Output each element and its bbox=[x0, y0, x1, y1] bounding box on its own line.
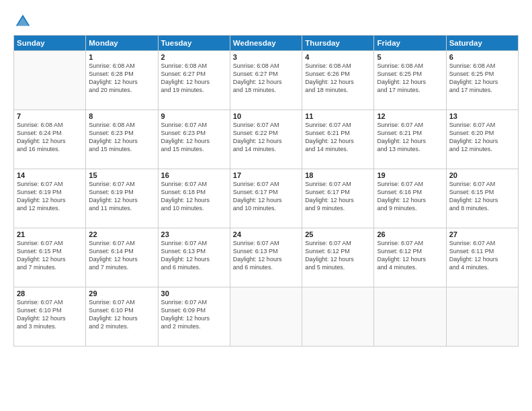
calendar-cell: 10Sunrise: 6:07 AM Sunset: 6:22 PM Dayli… bbox=[230, 110, 302, 169]
day-info: Sunrise: 6:07 AM Sunset: 6:21 PM Dayligh… bbox=[377, 121, 443, 154]
day-number: 4 bbox=[305, 53, 371, 61]
day-info: Sunrise: 6:07 AM Sunset: 6:09 PM Dayligh… bbox=[161, 298, 227, 331]
day-info: Sunrise: 6:08 AM Sunset: 6:28 PM Dayligh… bbox=[89, 62, 154, 95]
day-info: Sunrise: 6:07 AM Sunset: 6:14 PM Dayligh… bbox=[89, 239, 154, 272]
calendar-header: SundayMondayTuesdayWednesdayThursdayFrid… bbox=[14, 36, 519, 51]
day-info: Sunrise: 6:07 AM Sunset: 6:10 PM Dayligh… bbox=[89, 298, 154, 331]
calendar-cell bbox=[374, 287, 446, 347]
calendar-cell: 23Sunrise: 6:07 AM Sunset: 6:13 PM Dayli… bbox=[158, 228, 230, 287]
calendar-week-5: 28Sunrise: 6:07 AM Sunset: 6:10 PM Dayli… bbox=[14, 287, 519, 347]
column-header-friday: Friday bbox=[374, 36, 446, 51]
calendar-cell: 5Sunrise: 6:08 AM Sunset: 6:25 PM Daylig… bbox=[374, 51, 446, 110]
day-info: Sunrise: 6:07 AM Sunset: 6:20 PM Dayligh… bbox=[449, 121, 515, 154]
column-header-sunday: Sunday bbox=[14, 36, 86, 51]
calendar-cell bbox=[230, 287, 302, 347]
day-number: 9 bbox=[161, 112, 227, 120]
calendar-cell: 27Sunrise: 6:07 AM Sunset: 6:11 PM Dayli… bbox=[446, 228, 518, 287]
day-number: 16 bbox=[161, 171, 227, 179]
calendar-cell: 8Sunrise: 6:08 AM Sunset: 6:23 PM Daylig… bbox=[86, 110, 158, 169]
calendar-cell: 1Sunrise: 6:08 AM Sunset: 6:28 PM Daylig… bbox=[86, 51, 158, 110]
day-number: 5 bbox=[377, 53, 443, 61]
day-number: 28 bbox=[17, 289, 83, 298]
day-number: 18 bbox=[305, 171, 371, 179]
calendar-cell: 13Sunrise: 6:07 AM Sunset: 6:20 PM Dayli… bbox=[446, 110, 518, 169]
day-info: Sunrise: 6:08 AM Sunset: 6:23 PM Dayligh… bbox=[89, 121, 154, 154]
calendar-cell: 2Sunrise: 6:08 AM Sunset: 6:27 PM Daylig… bbox=[158, 51, 230, 110]
day-number: 11 bbox=[305, 112, 371, 120]
day-number: 23 bbox=[161, 230, 227, 238]
calendar-cell: 15Sunrise: 6:07 AM Sunset: 6:19 PM Dayli… bbox=[86, 169, 158, 228]
column-header-saturday: Saturday bbox=[446, 36, 518, 51]
day-number: 15 bbox=[89, 171, 154, 179]
calendar-cell: 12Sunrise: 6:07 AM Sunset: 6:21 PM Dayli… bbox=[374, 110, 446, 169]
day-info: Sunrise: 6:08 AM Sunset: 6:27 PM Dayligh… bbox=[161, 62, 227, 95]
calendar-cell: 16Sunrise: 6:07 AM Sunset: 6:18 PM Dayli… bbox=[158, 169, 230, 228]
day-number: 10 bbox=[233, 112, 299, 120]
day-info: Sunrise: 6:07 AM Sunset: 6:19 PM Dayligh… bbox=[17, 180, 83, 213]
calendar-cell: 11Sunrise: 6:07 AM Sunset: 6:21 PM Dayli… bbox=[302, 110, 374, 169]
day-number: 20 bbox=[449, 171, 515, 179]
day-number: 19 bbox=[377, 171, 443, 179]
calendar-cell: 19Sunrise: 6:07 AM Sunset: 6:16 PM Dayli… bbox=[374, 169, 446, 228]
day-number: 24 bbox=[233, 230, 299, 238]
day-number: 14 bbox=[17, 171, 83, 179]
day-info: Sunrise: 6:08 AM Sunset: 6:27 PM Dayligh… bbox=[233, 62, 299, 95]
day-info: Sunrise: 6:07 AM Sunset: 6:17 PM Dayligh… bbox=[305, 180, 371, 213]
calendar-cell: 29Sunrise: 6:07 AM Sunset: 6:10 PM Dayli… bbox=[86, 287, 158, 347]
day-number: 8 bbox=[89, 112, 154, 120]
day-number: 26 bbox=[377, 230, 443, 238]
logo-icon bbox=[13, 12, 32, 31]
day-info: Sunrise: 6:07 AM Sunset: 6:18 PM Dayligh… bbox=[161, 180, 227, 213]
day-info: Sunrise: 6:07 AM Sunset: 6:19 PM Dayligh… bbox=[89, 180, 154, 213]
day-number: 27 bbox=[449, 230, 515, 238]
day-number: 3 bbox=[233, 53, 299, 61]
calendar-cell: 3Sunrise: 6:08 AM Sunset: 6:27 PM Daylig… bbox=[230, 51, 302, 110]
day-number: 21 bbox=[17, 230, 83, 238]
column-header-wednesday: Wednesday bbox=[230, 36, 302, 51]
calendar-cell: 26Sunrise: 6:07 AM Sunset: 6:12 PM Dayli… bbox=[374, 228, 446, 287]
day-info: Sunrise: 6:07 AM Sunset: 6:17 PM Dayligh… bbox=[233, 180, 299, 213]
day-number: 17 bbox=[233, 171, 299, 179]
day-info: Sunrise: 6:07 AM Sunset: 6:12 PM Dayligh… bbox=[377, 239, 443, 272]
calendar-cell: 25Sunrise: 6:07 AM Sunset: 6:12 PM Dayli… bbox=[302, 228, 374, 287]
day-info: Sunrise: 6:08 AM Sunset: 6:24 PM Dayligh… bbox=[17, 121, 83, 154]
calendar-cell bbox=[302, 287, 374, 347]
calendar-week-4: 21Sunrise: 6:07 AM Sunset: 6:15 PM Dayli… bbox=[14, 228, 519, 287]
day-info: Sunrise: 6:08 AM Sunset: 6:25 PM Dayligh… bbox=[377, 62, 443, 95]
day-number: 2 bbox=[161, 53, 227, 61]
column-header-tuesday: Tuesday bbox=[158, 36, 230, 51]
day-number: 13 bbox=[449, 112, 515, 120]
day-number: 29 bbox=[89, 289, 154, 298]
column-header-monday: Monday bbox=[86, 36, 158, 51]
calendar-cell: 7Sunrise: 6:08 AM Sunset: 6:24 PM Daylig… bbox=[14, 110, 86, 169]
day-number: 25 bbox=[305, 230, 371, 238]
day-info: Sunrise: 6:07 AM Sunset: 6:13 PM Dayligh… bbox=[161, 239, 227, 272]
calendar: SundayMondayTuesdayWednesdayThursdayFrid… bbox=[13, 35, 519, 347]
calendar-cell: 20Sunrise: 6:07 AM Sunset: 6:15 PM Dayli… bbox=[446, 169, 518, 228]
calendar-week-3: 14Sunrise: 6:07 AM Sunset: 6:19 PM Dayli… bbox=[14, 169, 519, 228]
day-info: Sunrise: 6:07 AM Sunset: 6:10 PM Dayligh… bbox=[17, 298, 83, 331]
calendar-cell: 6Sunrise: 6:08 AM Sunset: 6:25 PM Daylig… bbox=[446, 51, 518, 110]
calendar-cell bbox=[446, 287, 518, 347]
calendar-week-2: 7Sunrise: 6:08 AM Sunset: 6:24 PM Daylig… bbox=[14, 110, 519, 169]
calendar-cell: 24Sunrise: 6:07 AM Sunset: 6:13 PM Dayli… bbox=[230, 228, 302, 287]
logo bbox=[13, 12, 35, 31]
calendar-cell: 30Sunrise: 6:07 AM Sunset: 6:09 PM Dayli… bbox=[158, 287, 230, 347]
calendar-cell: 18Sunrise: 6:07 AM Sunset: 6:17 PM Dayli… bbox=[302, 169, 374, 228]
day-info: Sunrise: 6:08 AM Sunset: 6:25 PM Dayligh… bbox=[449, 62, 515, 95]
day-number: 1 bbox=[89, 53, 154, 61]
calendar-cell: 14Sunrise: 6:07 AM Sunset: 6:19 PM Dayli… bbox=[14, 169, 86, 228]
calendar-cell: 4Sunrise: 6:08 AM Sunset: 6:26 PM Daylig… bbox=[302, 51, 374, 110]
day-number: 22 bbox=[89, 230, 154, 238]
calendar-cell: 17Sunrise: 6:07 AM Sunset: 6:17 PM Dayli… bbox=[230, 169, 302, 228]
day-info: Sunrise: 6:07 AM Sunset: 6:11 PM Dayligh… bbox=[449, 239, 515, 272]
day-info: Sunrise: 6:07 AM Sunset: 6:12 PM Dayligh… bbox=[305, 239, 371, 272]
day-info: Sunrise: 6:07 AM Sunset: 6:21 PM Dayligh… bbox=[305, 121, 371, 154]
day-number: 7 bbox=[17, 112, 83, 120]
calendar-cell: 28Sunrise: 6:07 AM Sunset: 6:10 PM Dayli… bbox=[14, 287, 86, 347]
calendar-body: 1Sunrise: 6:08 AM Sunset: 6:28 PM Daylig… bbox=[14, 51, 519, 347]
day-info: Sunrise: 6:07 AM Sunset: 6:15 PM Dayligh… bbox=[17, 239, 83, 272]
calendar-cell bbox=[14, 51, 86, 110]
day-number: 12 bbox=[377, 112, 443, 120]
calendar-cell: 22Sunrise: 6:07 AM Sunset: 6:14 PM Dayli… bbox=[86, 228, 158, 287]
